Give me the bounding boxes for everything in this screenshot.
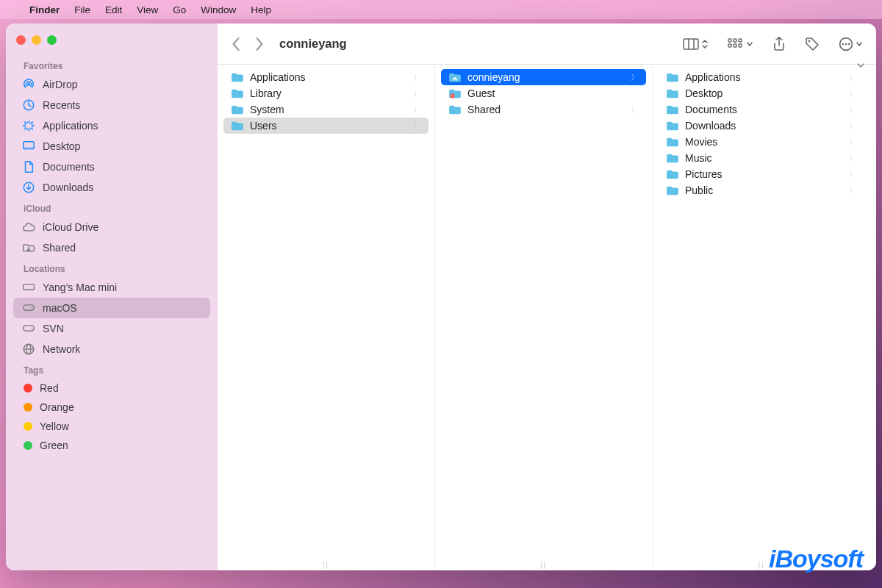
zoom-button[interactable] (47, 35, 57, 45)
sidebar-item-svn[interactable]: SVN (13, 318, 210, 339)
sidebar-item-label: Green (40, 440, 68, 451)
file-row-label: System (250, 104, 284, 115)
app-menu[interactable]: Finder (29, 4, 60, 15)
finder-window: FavoritesAirDropRecentsApplicationsDeskt… (6, 24, 876, 570)
recents-icon (22, 98, 35, 112)
file-row-users[interactable]: Users〉 (223, 118, 429, 134)
chevron-right-icon: 〉 (849, 153, 857, 164)
menu-window[interactable]: Window (201, 4, 236, 15)
sidebar-item-downloads[interactable]: Downloads (13, 177, 210, 198)
file-row-music[interactable]: Music〉 (659, 150, 864, 166)
menu-file[interactable]: File (74, 4, 90, 15)
shared-icon (22, 241, 35, 254)
sidebar-item-orange[interactable]: Orange (13, 398, 210, 417)
menu-edit[interactable]: Edit (105, 4, 122, 15)
column-resize-handle[interactable]: || (323, 561, 329, 569)
toolbar: connieyang (218, 24, 876, 65)
downloads-icon (22, 181, 35, 194)
column-resize-handle[interactable]: || (540, 561, 547, 569)
chevron-right-icon: 〉 (849, 169, 857, 180)
file-row-system[interactable]: System〉 (223, 101, 429, 118)
chevron-right-icon: 〉 (849, 185, 857, 196)
sidebar-item-macos[interactable]: macOS (13, 298, 210, 318)
sidebar-item-desktop[interactable]: Desktop (13, 136, 210, 157)
chevron-down-icon (856, 41, 863, 47)
file-row-label: Downloads (685, 120, 736, 132)
file-row-label: Desktop (685, 87, 723, 99)
sidebar-list[interactable]: FavoritesAirDropRecentsApplicationsDeskt… (6, 52, 218, 570)
file-row-desktop[interactable]: Desktop〉 (659, 85, 864, 101)
share-button[interactable] (772, 37, 786, 51)
documents-icon (22, 160, 35, 173)
close-button[interactable] (16, 35, 26, 45)
sidebar-item-airdrop[interactable]: AirDrop (13, 74, 210, 95)
sidebar-item-label: Applications (43, 120, 98, 132)
sidebar-item-icloud-drive[interactable]: iCloud Drive (13, 217, 210, 237)
file-row-shared[interactable]: Shared〉 (441, 101, 646, 118)
network-icon (22, 343, 35, 356)
sidebar-item-documents[interactable]: Documents (13, 157, 210, 177)
sidebar-item-network[interactable]: Network (13, 339, 210, 359)
forward-button[interactable] (254, 37, 265, 51)
sidebar-item-green[interactable]: Green (13, 436, 210, 455)
file-row-applications[interactable]: Applications〉 (659, 69, 864, 85)
view-columns-button[interactable] (683, 38, 709, 50)
sidebar-item-label: Network (43, 343, 80, 355)
sidebar-item-label: SVN (43, 323, 64, 334)
file-row-pictures[interactable]: Pictures〉 (659, 166, 864, 182)
sidebar-item-yang-s-mac-mini[interactable]: Yang's Mac mini (13, 277, 210, 298)
svg-rect-18 (728, 44, 731, 47)
disk-icon (22, 322, 35, 335)
tag-dot-icon (24, 403, 32, 412)
menu-go[interactable]: Go (173, 4, 186, 15)
svg-rect-6 (24, 284, 35, 290)
file-row-movies[interactable]: Movies〉 (659, 134, 864, 150)
menu-help[interactable]: Help (251, 4, 271, 15)
sidebar-item-yellow[interactable]: Yellow (13, 417, 210, 436)
file-row-guest[interactable]: Guest (441, 85, 646, 101)
menu-view[interactable]: View (137, 4, 158, 15)
file-row-label: Music (685, 152, 712, 164)
svg-rect-21 (739, 39, 742, 42)
tag-dot-icon (24, 384, 32, 392)
mac-icon (22, 281, 35, 294)
file-row-documents[interactable]: Documents〉 (659, 101, 864, 118)
file-row-label: Applications (685, 71, 741, 83)
column-0: Applications〉Library〉System〉Users〉|| (218, 65, 435, 570)
file-row-label: Pictures (685, 168, 723, 180)
column-resize-handle[interactable]: || (758, 561, 764, 569)
file-row-connieyang[interactable]: connieyang〉 (441, 69, 646, 85)
file-row-downloads[interactable]: Downloads〉 (659, 118, 864, 134)
airdrop-icon (22, 78, 35, 91)
disk-icon (22, 301, 35, 315)
tags-button[interactable] (805, 37, 820, 51)
nav-buttons (231, 37, 265, 51)
tag-dot-icon (24, 422, 32, 431)
sidebar-item-recents[interactable]: Recents (13, 95, 210, 115)
file-row-public[interactable]: Public〉 (659, 182, 864, 198)
chevron-right-icon: 〉 (413, 88, 421, 99)
sidebar-item-red[interactable]: Red (13, 379, 210, 398)
window-title: connieyang (279, 37, 347, 51)
chevron-right-icon: 〉 (631, 72, 639, 83)
sidebar: FavoritesAirDropRecentsApplicationsDeskt… (6, 24, 218, 570)
file-row-applications[interactable]: Applications〉 (223, 69, 429, 85)
file-row-label: connieyang (467, 71, 520, 83)
group-button[interactable] (728, 38, 753, 50)
desktop-icon (22, 140, 35, 153)
svg-point-5 (28, 247, 29, 248)
chevron-right-icon: 〉 (413, 72, 421, 83)
file-row-library[interactable]: Library〉 (223, 85, 429, 101)
file-row-label: Guest (467, 87, 495, 99)
file-row-label: Movies (685, 136, 717, 148)
sidebar-item-label: Downloads (43, 182, 93, 193)
svg-point-26 (845, 43, 847, 45)
minimize-button[interactable] (32, 35, 41, 45)
action-button[interactable] (839, 37, 863, 51)
back-button[interactable] (231, 37, 241, 51)
sidebar-item-shared[interactable]: Shared (13, 237, 210, 258)
svg-rect-14 (684, 39, 698, 49)
sidebar-item-applications[interactable]: Applications (13, 115, 210, 136)
chevron-right-icon: 〉 (631, 104, 639, 115)
file-row-label: Applications (250, 71, 306, 83)
